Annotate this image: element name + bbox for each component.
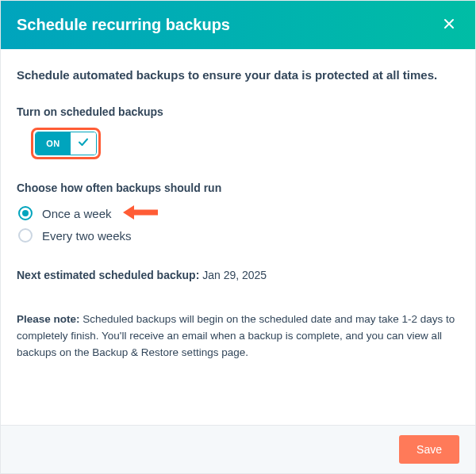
estimate-value: Jan 29, 2025 [202, 269, 267, 281]
intro-text: Schedule automated backups to ensure you… [17, 68, 459, 82]
next-backup-estimate: Next estimated scheduled backup: Jan 29,… [17, 269, 459, 281]
toggle-label: Turn on scheduled backups [17, 105, 459, 118]
modal-body: Schedule automated backups to ensure you… [1, 49, 475, 425]
radio-label: Once a week [42, 207, 112, 220]
note-body: Scheduled backups will begin on the sche… [17, 313, 455, 358]
modal-title: Schedule recurring backups [17, 16, 230, 34]
radio-once-a-week[interactable]: Once a week [18, 202, 459, 224]
radio-every-two-weeks[interactable]: Every two weeks [18, 224, 459, 247]
note-prefix: Please note: [17, 313, 80, 325]
modal-footer: Save [1, 425, 475, 473]
close-button[interactable] [439, 13, 459, 36]
modal-header: Schedule recurring backups [1, 1, 475, 49]
check-icon [77, 136, 90, 151]
save-button[interactable]: Save [399, 435, 459, 464]
scheduled-backups-toggle[interactable]: ON [35, 132, 97, 155]
radio-input-checked [18, 206, 33, 220]
frequency-label: Choose how often backups should run [17, 182, 459, 194]
arrow-annotation-icon [123, 203, 158, 225]
close-icon [442, 17, 456, 33]
radio-input [18, 228, 33, 243]
toggle-highlight: ON [31, 128, 101, 159]
toggle-on-text: ON [36, 132, 71, 155]
frequency-radio-group: Once a week Every two weeks [18, 202, 459, 247]
estimate-label: Next estimated scheduled backup: [17, 269, 199, 281]
please-note-text: Please note: Scheduled backups will begi… [17, 312, 459, 361]
schedule-backups-modal: Schedule recurring backups Schedule auto… [0, 0, 476, 474]
toggle-handle [71, 132, 96, 155]
radio-label: Every two weeks [42, 229, 132, 243]
